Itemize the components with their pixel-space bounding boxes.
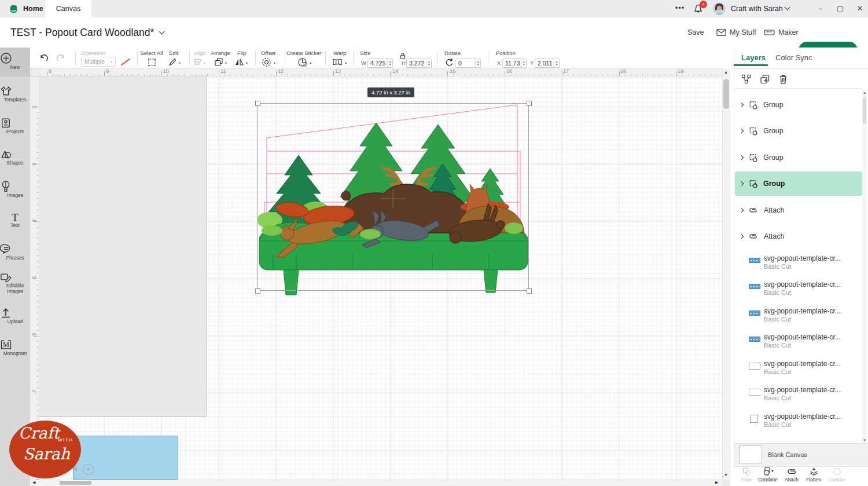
selection-handle-se[interactable] — [527, 288, 532, 294]
position-x-field[interactable]: ▲▼ — [502, 59, 527, 68]
position-y-stepper[interactable]: ▲▼ — [554, 59, 559, 67]
selection-bounding-box[interactable] — [258, 103, 529, 291]
layer-row-group-3[interactable]: Group — [740, 145, 858, 170]
canvas-vertical-scrollbar[interactable] — [722, 68, 730, 480]
undo-icon[interactable] — [38, 54, 49, 63]
width-input[interactable] — [368, 59, 387, 67]
layer-row-group-1[interactable]: Group — [740, 92, 858, 118]
layer-item-row[interactable]: svg-popout-template-cr... Basic Cut — [749, 356, 862, 382]
avatar[interactable] — [713, 2, 726, 15]
layer-row-group-2[interactable]: Group — [740, 118, 858, 144]
expand-chevron-icon[interactable] — [739, 208, 744, 213]
canvas-horizontal-scrollbar[interactable] — [30, 480, 722, 486]
expand-chevron-icon[interactable] — [739, 155, 744, 160]
rotate-field[interactable]: ▲▼ — [455, 59, 481, 68]
line-color-swatch[interactable] — [120, 57, 131, 67]
redo-icon[interactable] — [56, 54, 67, 63]
project-title[interactable]: TEST - Popout Card Woodland* — [10, 17, 164, 47]
rotate-input[interactable] — [456, 59, 475, 67]
sidebar-item-text[interactable]: T Text — [0, 212, 30, 228]
sidebar-item-new-content[interactable]: New — [0, 52, 30, 70]
selection-handle-nw[interactable] — [255, 101, 260, 106]
tab-layers[interactable]: Layers — [741, 53, 766, 62]
window-maximize-button[interactable]: ▢ — [832, 0, 848, 17]
arrange-caret-icon[interactable]: ▾ — [225, 61, 227, 65]
scroll-down-icon[interactable]: ▼ — [724, 473, 728, 477]
sidebar-item-images[interactable]: Images — [0, 180, 30, 198]
more-menu-icon[interactable]: ••• — [671, 0, 689, 16]
layers-scrollbar-thumb[interactable] — [863, 97, 866, 124]
arrange-icon[interactable] — [214, 57, 223, 67]
rotate-icon[interactable] — [444, 58, 454, 67]
position-x-input[interactable] — [503, 59, 521, 67]
layer-row-attach-1[interactable]: Attach — [740, 198, 858, 223]
layer-item-row[interactable]: svg-popout-template-cr... Basic Cut — [749, 408, 862, 434]
tab-home[interactable]: Home — [8, 0, 43, 17]
sidebar-item-upload[interactable]: Upload — [0, 307, 30, 324]
position-y-field[interactable]: ▲▼ — [535, 59, 560, 68]
edit-pencil-icon[interactable] — [168, 57, 177, 67]
expand-chevron-icon[interactable] — [739, 103, 744, 107]
sidebar-item-templates[interactable]: Templates — [0, 85, 30, 103]
tab-color-sync[interactable]: Color Sync — [775, 53, 812, 62]
scroll-left-icon[interactable]: ◀ — [32, 480, 35, 485]
scroll-right-icon[interactable]: ▶ — [715, 480, 718, 485]
sidebar-item-editable-images[interactable]: Editable Images — [0, 271, 30, 294]
warp-caret-icon[interactable]: ▾ — [345, 61, 347, 65]
delete-trash-icon[interactable] — [778, 74, 788, 85]
offset-icon[interactable] — [262, 57, 271, 67]
layers-scroll-up-icon[interactable]: ▲ — [863, 91, 866, 94]
save-button[interactable]: Save — [687, 17, 704, 47]
width-field[interactable]: ▲▼ — [367, 59, 393, 68]
layer-item-row[interactable]: svg-popout-template-cr... Basic Cut — [749, 250, 862, 276]
attach-button[interactable]: Attach — [781, 467, 803, 483]
expand-chevron-icon[interactable] — [739, 234, 744, 239]
window-close-button[interactable]: ✕ — [852, 0, 868, 17]
warp-icon[interactable] — [332, 58, 343, 66]
layer-item-row[interactable]: svg-popout-template-cr... Basic Cut — [749, 303, 862, 329]
create-sticker-icon[interactable] — [297, 57, 307, 67]
duplicate-icon[interactable] — [760, 74, 770, 85]
tab-canvas[interactable]: Canvas — [45, 0, 91, 17]
layer-item-row[interactable]: svg-popout-template-cr... Basic Cut — [749, 276, 862, 302]
flip-caret-icon[interactable]: ▾ — [246, 61, 248, 65]
layers-scrollbar[interactable] — [862, 90, 867, 444]
selection-handle-sw[interactable] — [255, 288, 260, 294]
group-objects-icon[interactable] — [741, 74, 752, 85]
width-stepper[interactable]: ▲▼ — [387, 59, 392, 67]
expand-chevron-icon[interactable] — [739, 129, 744, 133]
account-name[interactable]: Craft with Sarah — [731, 0, 783, 17]
my-stuff-button[interactable]: My Stuff — [716, 17, 756, 47]
position-y-input[interactable] — [535, 59, 554, 67]
canvas-horizontal-scrollbar-thumb[interactable] — [60, 481, 91, 485]
height-stepper[interactable]: ▲▼ — [426, 59, 431, 67]
height-field[interactable]: ▲▼ — [406, 59, 432, 68]
create-sticker-caret-icon[interactable]: ▾ — [310, 61, 311, 65]
layer-row-attach-2[interactable]: Attach — [740, 224, 858, 249]
edit-caret-icon[interactable]: ▾ — [179, 61, 181, 65]
window-minimize-button[interactable]: – — [812, 0, 829, 17]
offset-caret-icon[interactable]: ▾ — [274, 61, 275, 65]
flip-icon[interactable] — [234, 57, 244, 67]
sidebar-item-monogram[interactable]: M Monogram — [0, 339, 30, 356]
select-all-icon[interactable] — [148, 58, 156, 67]
selection-handle-ne[interactable] — [527, 101, 532, 106]
layer-item-row[interactable]: svg-popout-template-cr... Basic Cut — [749, 382, 862, 408]
rotate-stepper[interactable]: ▲▼ — [475, 59, 480, 67]
sidebar-item-shapes[interactable]: Shapes — [0, 148, 30, 166]
layers-scroll-down-icon[interactable]: ▼ — [863, 439, 866, 442]
sidebar-item-phrases[interactable]: Phrases — [0, 243, 30, 261]
operation-select[interactable]: Multiple ▾ — [81, 57, 116, 67]
account-chevron-down-icon[interactable] — [785, 5, 790, 10]
sidebar-item-projects[interactable]: Projects — [0, 117, 30, 134]
expand-chevron-icon[interactable] — [739, 181, 744, 186]
height-input[interactable] — [407, 59, 426, 67]
scroll-up-icon[interactable]: ▲ — [724, 70, 728, 74]
position-x-stepper[interactable]: ▲▼ — [521, 59, 526, 67]
layer-row-group-selected[interactable]: Group — [740, 171, 858, 196]
zoom-in-button[interactable]: + — [83, 464, 94, 475]
combine-button[interactable]: Combine — [757, 467, 779, 483]
maker-machine-button[interactable]: Maker — [764, 17, 799, 47]
canvas-vertical-scrollbar-thumb[interactable] — [723, 79, 729, 109]
size-lock-icon[interactable] — [399, 52, 407, 60]
